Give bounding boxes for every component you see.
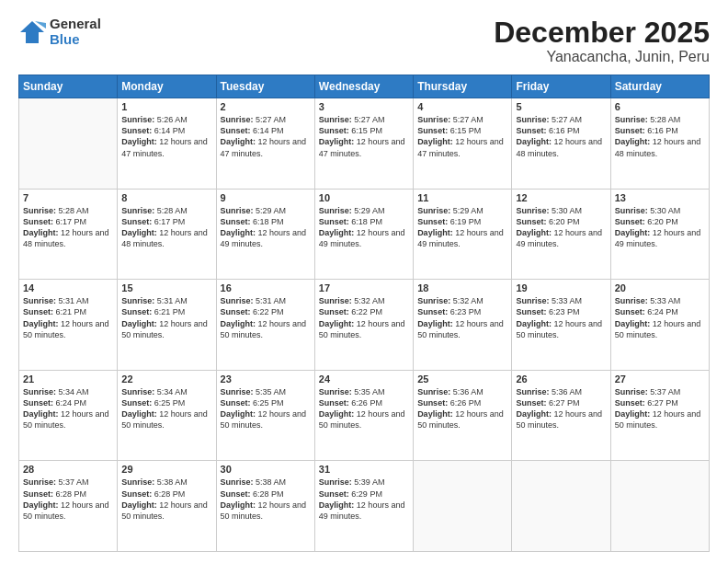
day-info: Sunrise: 5:34 AMSunset: 6:24 PMDaylight:… <box>23 386 113 431</box>
table-row: 20Sunrise: 5:33 AMSunset: 6:24 PMDayligh… <box>610 280 709 371</box>
page: General Blue December 2025 Yanacancha, J… <box>0 0 728 563</box>
table-row: 22Sunrise: 5:34 AMSunset: 6:25 PMDayligh… <box>118 370 216 461</box>
day-info: Sunrise: 5:30 AMSunset: 6:20 PMDaylight:… <box>615 205 705 250</box>
table-row: 4Sunrise: 5:27 AMSunset: 6:15 PMDaylight… <box>414 98 512 190</box>
table-row: 25Sunrise: 5:36 AMSunset: 6:26 PMDayligh… <box>414 370 512 461</box>
day-info: Sunrise: 5:39 AMSunset: 6:29 PMDaylight:… <box>319 477 409 522</box>
header-friday: Friday <box>512 75 610 98</box>
day-info: Sunrise: 5:27 AMSunset: 6:15 PMDaylight:… <box>319 114 409 159</box>
day-number: 11 <box>417 192 507 203</box>
table-row: 1Sunrise: 5:26 AMSunset: 6:14 PMDaylight… <box>118 98 216 190</box>
day-info: Sunrise: 5:28 AMSunset: 6:17 PMDaylight:… <box>121 205 211 250</box>
day-info: Sunrise: 5:29 AMSunset: 6:18 PMDaylight:… <box>221 205 311 250</box>
day-info: Sunrise: 5:33 AMSunset: 6:24 PMDaylight:… <box>615 295 705 340</box>
day-number: 7 <box>23 192 113 203</box>
day-number: 12 <box>516 192 606 203</box>
day-info: Sunrise: 5:34 AMSunset: 6:25 PMDaylight:… <box>121 386 211 431</box>
day-info: Sunrise: 5:37 AMSunset: 6:27 PMDaylight:… <box>615 386 705 431</box>
day-info: Sunrise: 5:28 AMSunset: 6:17 PMDaylight:… <box>23 205 113 250</box>
table-row <box>414 461 512 552</box>
logo-general-text: General <box>50 17 101 32</box>
table-row: 11Sunrise: 5:29 AMSunset: 6:19 PMDayligh… <box>414 189 512 280</box>
logo: General Blue <box>18 17 101 47</box>
calendar-title: December 2025 <box>494 17 710 49</box>
title-block: December 2025 Yanacancha, Junin, Peru <box>494 17 710 65</box>
calendar-subtitle: Yanacancha, Junin, Peru <box>494 49 710 65</box>
day-number: 5 <box>516 101 606 112</box>
day-number: 25 <box>417 373 507 385</box>
table-row <box>19 98 118 190</box>
table-row: 15Sunrise: 5:31 AMSunset: 6:21 PMDayligh… <box>118 280 216 371</box>
calendar-table: Sunday Monday Tuesday Wednesday Thursday… <box>18 75 710 552</box>
day-number: 6 <box>615 101 705 112</box>
header-wednesday: Wednesday <box>314 75 413 98</box>
day-number: 15 <box>121 282 211 293</box>
day-number: 8 <box>121 192 211 203</box>
header-thursday: Thursday <box>414 75 512 98</box>
day-info: Sunrise: 5:36 AMSunset: 6:26 PMDaylight:… <box>417 386 507 431</box>
day-number: 13 <box>615 192 705 203</box>
table-row: 18Sunrise: 5:32 AMSunset: 6:23 PMDayligh… <box>414 280 512 371</box>
logo-blue-text: Blue <box>50 32 101 48</box>
table-row: 31Sunrise: 5:39 AMSunset: 6:29 PMDayligh… <box>314 461 413 552</box>
day-number: 17 <box>319 282 409 293</box>
day-info: Sunrise: 5:27 AMSunset: 6:15 PMDaylight:… <box>417 114 507 159</box>
table-row: 16Sunrise: 5:31 AMSunset: 6:22 PMDayligh… <box>216 280 314 371</box>
header-monday: Monday <box>118 75 216 98</box>
table-row: 13Sunrise: 5:30 AMSunset: 6:20 PMDayligh… <box>610 189 709 280</box>
calendar-week-row: 21Sunrise: 5:34 AMSunset: 6:24 PMDayligh… <box>19 370 710 461</box>
day-info: Sunrise: 5:31 AMSunset: 6:21 PMDaylight:… <box>121 295 211 340</box>
day-number: 27 <box>615 373 705 385</box>
table-row: 23Sunrise: 5:35 AMSunset: 6:25 PMDayligh… <box>216 370 314 461</box>
day-number: 22 <box>121 373 211 385</box>
table-row: 9Sunrise: 5:29 AMSunset: 6:18 PMDaylight… <box>216 189 314 280</box>
day-info: Sunrise: 5:31 AMSunset: 6:21 PMDaylight:… <box>23 295 113 340</box>
calendar-week-row: 1Sunrise: 5:26 AMSunset: 6:14 PMDaylight… <box>19 98 710 190</box>
day-number: 31 <box>319 464 409 475</box>
table-row: 27Sunrise: 5:37 AMSunset: 6:27 PMDayligh… <box>610 370 709 461</box>
table-row: 7Sunrise: 5:28 AMSunset: 6:17 PMDaylight… <box>19 189 118 280</box>
day-number: 23 <box>221 373 311 385</box>
table-row: 14Sunrise: 5:31 AMSunset: 6:21 PMDayligh… <box>19 280 118 371</box>
day-info: Sunrise: 5:35 AMSunset: 6:25 PMDaylight:… <box>221 386 311 431</box>
day-number: 2 <box>221 101 311 112</box>
table-row: 19Sunrise: 5:33 AMSunset: 6:23 PMDayligh… <box>512 280 610 371</box>
day-info: Sunrise: 5:27 AMSunset: 6:14 PMDaylight:… <box>221 114 311 159</box>
table-row: 5Sunrise: 5:27 AMSunset: 6:16 PMDaylight… <box>512 98 610 190</box>
day-number: 26 <box>516 373 606 385</box>
header-sunday: Sunday <box>19 75 118 98</box>
day-number: 24 <box>319 373 409 385</box>
day-info: Sunrise: 5:31 AMSunset: 6:22 PMDaylight:… <box>221 295 311 340</box>
day-info: Sunrise: 5:37 AMSunset: 6:28 PMDaylight:… <box>23 477 113 522</box>
table-row: 24Sunrise: 5:35 AMSunset: 6:26 PMDayligh… <box>314 370 413 461</box>
table-row: 8Sunrise: 5:28 AMSunset: 6:17 PMDaylight… <box>118 189 216 280</box>
day-number: 21 <box>23 373 113 385</box>
table-row: 6Sunrise: 5:28 AMSunset: 6:16 PMDaylight… <box>610 98 709 190</box>
day-number: 1 <box>121 101 211 112</box>
day-number: 28 <box>23 464 113 475</box>
table-row: 28Sunrise: 5:37 AMSunset: 6:28 PMDayligh… <box>19 461 118 552</box>
day-info: Sunrise: 5:33 AMSunset: 6:23 PMDaylight:… <box>516 295 606 340</box>
day-info: Sunrise: 5:28 AMSunset: 6:16 PMDaylight:… <box>615 114 705 159</box>
table-row: 26Sunrise: 5:36 AMSunset: 6:27 PMDayligh… <box>512 370 610 461</box>
day-info: Sunrise: 5:29 AMSunset: 6:19 PMDaylight:… <box>417 205 507 250</box>
day-number: 10 <box>319 192 409 203</box>
logo-icon <box>18 19 46 45</box>
day-number: 14 <box>23 282 113 293</box>
calendar-week-row: 7Sunrise: 5:28 AMSunset: 6:17 PMDaylight… <box>19 189 710 280</box>
day-info: Sunrise: 5:38 AMSunset: 6:28 PMDaylight:… <box>121 477 211 522</box>
day-info: Sunrise: 5:27 AMSunset: 6:16 PMDaylight:… <box>516 114 606 159</box>
day-number: 3 <box>319 101 409 112</box>
day-info: Sunrise: 5:32 AMSunset: 6:22 PMDaylight:… <box>319 295 409 340</box>
table-row: 12Sunrise: 5:30 AMSunset: 6:20 PMDayligh… <box>512 189 610 280</box>
day-number: 29 <box>121 464 211 475</box>
table-row: 17Sunrise: 5:32 AMSunset: 6:22 PMDayligh… <box>314 280 413 371</box>
header-tuesday: Tuesday <box>216 75 314 98</box>
day-info: Sunrise: 5:35 AMSunset: 6:26 PMDaylight:… <box>319 386 409 431</box>
day-number: 30 <box>221 464 311 475</box>
header: General Blue December 2025 Yanacancha, J… <box>18 17 710 65</box>
table-row <box>512 461 610 552</box>
day-info: Sunrise: 5:32 AMSunset: 6:23 PMDaylight:… <box>417 295 507 340</box>
table-row: 2Sunrise: 5:27 AMSunset: 6:14 PMDaylight… <box>216 98 314 190</box>
day-number: 16 <box>221 282 311 293</box>
